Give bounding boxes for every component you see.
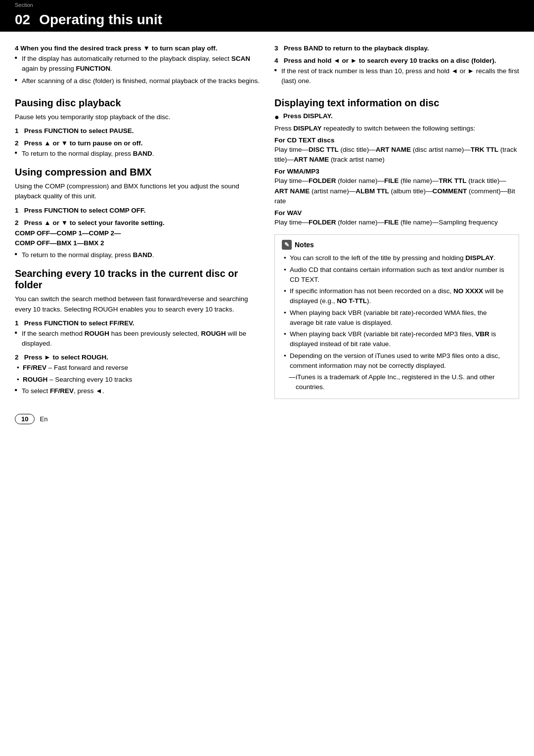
searching-bullet1: If the search method ROUGH has been prev… xyxy=(15,329,260,349)
displaying-title: Displaying text information on disc xyxy=(274,97,519,109)
compression-step1: 1 Press FUNCTION to select COMP OFF. xyxy=(15,207,260,214)
wav-heading: For WAV xyxy=(274,209,519,217)
cd-text-heading: For CD TEXT discs xyxy=(274,136,519,144)
section-number: 02 xyxy=(15,13,30,27)
comp-line1: COMP OFF—COMP 1—COMP 2— xyxy=(15,228,260,238)
pausing-step1: 1 Press FUNCTION to select PAUSE. xyxy=(15,127,260,134)
language-label: En xyxy=(40,415,47,423)
top-right: 3 Press BAND to return to the playback d… xyxy=(274,40,519,89)
pausing-bullet1: To return to the normal display, press B… xyxy=(15,149,260,159)
notes-item-5: When playing back VBR (variable bit rate… xyxy=(282,329,512,350)
compression-title: Using compression and BMX xyxy=(15,167,260,178)
press-display-row: ● Press DISPLAY. xyxy=(274,112,519,122)
pausing-step2: 2 Press ▲ or ▼ to turn pause on or off. xyxy=(15,139,260,147)
pausing-title: Pausing disc playback xyxy=(15,97,260,109)
page-title: Operating this unit xyxy=(39,13,162,27)
bullet-left-2: After scanning of a disc (folder) is fin… xyxy=(15,76,260,86)
page-number: 10 xyxy=(15,414,35,424)
searching-title: Searching every 10 tracks in the current… xyxy=(15,268,260,291)
main-content: Pausing disc playback Pause lets you tem… xyxy=(0,89,534,409)
page-footer: 10 En xyxy=(0,409,534,429)
compression-intro: Using the COMP (compression) and BMX fun… xyxy=(15,181,260,202)
top-section: 4 When you find the desired track press … xyxy=(0,32,534,89)
notes-item-7: iTunes is a trademark of Apple Inc., reg… xyxy=(282,372,512,393)
searching-bullet2: To select FF/REV, press ◄. xyxy=(15,386,260,396)
searching-sub2: ROUGH – Searching every 10 tracks xyxy=(15,375,260,385)
header: 02 Operating this unit xyxy=(0,8,534,32)
searching-intro: You can switch the search method between… xyxy=(15,294,260,314)
bullet-right-1: If the rest of track number is less than… xyxy=(274,66,519,87)
notes-item-4: When playing back VBR (variable bit rate… xyxy=(282,308,512,328)
section-label: Section xyxy=(0,0,534,8)
press-display-heading: Press DISPLAY. xyxy=(283,112,333,120)
step3-heading-right: 3 Press BAND to return to the playback d… xyxy=(274,44,519,52)
top-left: 4 When you find the desired track press … xyxy=(15,40,260,89)
notes-item-6: Depending on the version of iTunes used … xyxy=(282,351,512,371)
notes-box: ✎ Notes You can scroll to the left of th… xyxy=(274,234,519,399)
compression-step2: 2 Press ▲ or ▼ to select your favorite s… xyxy=(15,219,260,226)
col-right: Displaying text information on disc ● Pr… xyxy=(274,97,519,399)
press-display-text: Press DISPLAY repeatedly to switch betwe… xyxy=(274,124,519,133)
searching-sub1: FF/REV – Fast forward and reverse xyxy=(15,363,260,373)
step4-heading-left: 4 When you find the desired track press … xyxy=(15,44,260,52)
comp-line2: COMP OFF—BMX 1—BMX 2 xyxy=(15,238,260,248)
top-row: 4 When you find the desired track press … xyxy=(15,40,519,89)
notes-title: Notes xyxy=(295,241,314,249)
notes-item-1: You can scroll to the left of the title … xyxy=(282,253,512,263)
bullet-left-1: If the display has automatically returne… xyxy=(15,54,260,74)
notes-icon: ✎ xyxy=(282,240,292,250)
notes-item-2: Audio CD that contains certain informati… xyxy=(282,265,512,285)
pausing-intro: Pause lets you temporarily stop playback… xyxy=(15,112,260,122)
wma-mp3-heading: For WMA/MP3 xyxy=(274,168,519,175)
wav-body: Play time—FOLDER (folder name)—FILE (fil… xyxy=(274,218,519,227)
notes-header: ✎ Notes xyxy=(282,240,512,250)
step4-heading-right: 4 Press and hold ◄ or ► to search every … xyxy=(274,57,519,64)
col-left: Pausing disc playback Pause lets you tem… xyxy=(15,97,260,399)
notes-item-3: If specific information has not been rec… xyxy=(282,286,512,307)
compression-bullet1: To return to the normal display, press B… xyxy=(15,250,260,260)
header-wrapper: Section 02 Operating this unit xyxy=(0,0,534,32)
cd-text-body: Play time—DISC TTL (disc title)—ART NAME… xyxy=(274,145,519,165)
searching-step2: 2 Press ► to select ROUGH. xyxy=(15,354,260,361)
page: Section 02 Operating this unit 4 When yo… xyxy=(0,0,534,756)
wma-mp3-body: Play time—FOLDER (folder name)—FILE (fil… xyxy=(274,176,519,206)
searching-step1: 1 Press FUNCTION to select FF/REV. xyxy=(15,319,260,327)
